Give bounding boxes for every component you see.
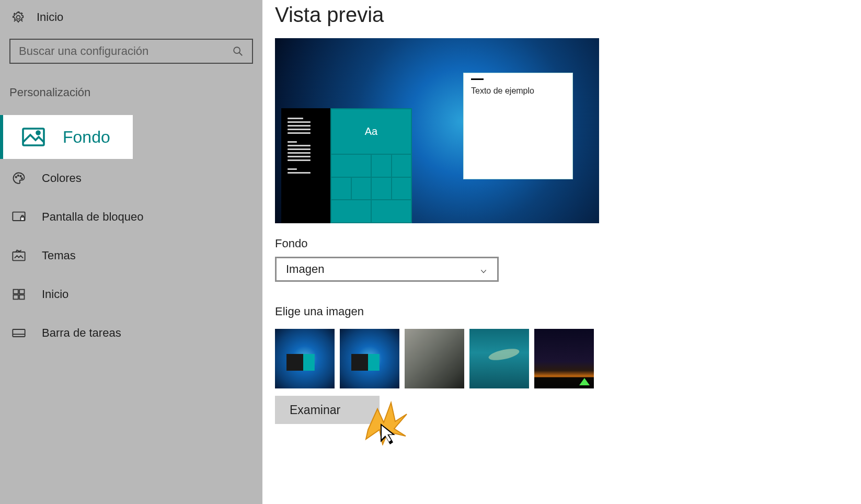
preview-tiles: Aa <box>330 108 412 223</box>
nav-home-label: Inicio <box>37 10 63 24</box>
main-content: Vista previa Aa Texto de ejemplo Fondo <box>262 0 861 504</box>
svg-point-5 <box>16 177 17 178</box>
search-icon <box>232 45 244 57</box>
sidebar-item-label: Barra de tareas <box>42 326 121 340</box>
preview-sample-window: Texto de ejemplo <box>463 73 573 179</box>
start-menu-icon <box>12 287 26 302</box>
sidebar-item-barra-tareas[interactable]: Barra de tareas <box>0 314 262 352</box>
sidebar-nav: Fondo Colores Pantalla de bloqueo <box>0 115 262 352</box>
svg-point-0 <box>17 16 20 19</box>
background-type-select[interactable]: Imagen <box>275 257 499 282</box>
svg-point-1 <box>234 47 240 53</box>
palette-icon <box>12 171 26 186</box>
wallpaper-thumb-2[interactable] <box>340 329 399 388</box>
browse-button[interactable]: Examinar <box>275 396 380 424</box>
sidebar-item-label: Fondo <box>63 128 110 147</box>
sidebar-item-inicio-start[interactable]: Inicio <box>0 275 262 314</box>
nav-home[interactable]: Inicio <box>0 6 262 31</box>
sidebar-item-fondo[interactable]: Fondo <box>0 115 133 159</box>
svg-point-8 <box>21 178 22 179</box>
svg-point-4 <box>37 131 40 134</box>
preview-tile-aa: Aa <box>331 109 411 154</box>
preview-sample-text: Texto de ejemplo <box>471 86 565 96</box>
sidebar-item-label: Colores <box>42 171 82 185</box>
svg-rect-16 <box>13 329 25 337</box>
background-label: Fondo <box>275 237 861 250</box>
sidebar-item-label: Temas <box>42 249 76 262</box>
svg-rect-12 <box>14 290 18 294</box>
gear-icon <box>12 10 25 24</box>
wallpaper-thumb-5[interactable] <box>534 329 594 388</box>
sidebar-item-temas[interactable]: Temas <box>0 236 262 275</box>
svg-point-6 <box>18 175 19 176</box>
sidebar-section-label: Personalización <box>9 86 262 99</box>
choose-image-label: Elige una imagen <box>275 305 861 318</box>
svg-rect-11 <box>13 252 25 260</box>
taskbar-icon <box>12 326 26 340</box>
chevron-down-icon <box>479 265 488 273</box>
svg-line-2 <box>239 53 243 56</box>
sidebar-item-label: Inicio <box>42 288 68 301</box>
page-title: Vista previa <box>275 3 861 27</box>
wallpaper-thumb-4[interactable] <box>469 329 529 388</box>
svg-rect-10 <box>21 217 25 221</box>
wallpaper-thumb-1[interactable] <box>275 329 335 388</box>
desktop-preview: Aa Texto de ejemplo <box>275 38 599 223</box>
svg-point-7 <box>20 176 21 177</box>
sidebar-item-pantalla-bloqueo[interactable]: Pantalla de bloqueo <box>0 198 262 236</box>
preview-start-list <box>281 108 330 223</box>
wallpaper-thumb-3[interactable] <box>405 329 464 388</box>
svg-rect-15 <box>19 295 24 299</box>
sidebar-item-colores[interactable]: Colores <box>0 159 262 198</box>
themes-icon <box>12 248 26 263</box>
search-input[interactable]: Buscar una configuración <box>9 39 253 64</box>
search-placeholder: Buscar una configuración <box>19 44 148 58</box>
svg-rect-13 <box>19 290 24 294</box>
image-icon <box>21 124 46 150</box>
sidebar-item-label: Pantalla de bloqueo <box>42 210 144 224</box>
dropdown-value: Imagen <box>286 262 324 276</box>
svg-rect-14 <box>14 295 18 299</box>
preview-start-menu: Aa <box>281 108 412 223</box>
settings-sidebar: Inicio Buscar una configuración Personal… <box>0 0 262 504</box>
wallpaper-thumbnails <box>275 329 861 388</box>
lock-screen-icon <box>12 210 26 224</box>
